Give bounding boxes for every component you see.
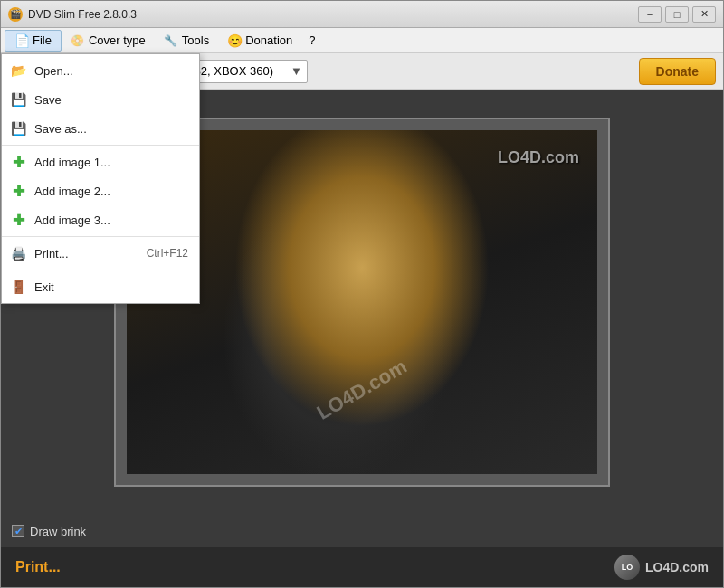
watermark-top-right: LO4D.com — [498, 148, 579, 167]
draw-brink-control[interactable]: ✔ Draw brink — [12, 525, 86, 538]
draw-brink-checkbox[interactable]: ✔ — [12, 525, 24, 537]
lo4d-logo-icon: LO — [614, 555, 640, 580]
close-button[interactable]: ✕ — [692, 6, 716, 23]
addimage2-icon: ✚ — [9, 182, 27, 200]
donation-menu-icon: 😊 — [227, 33, 242, 48]
maximize-button[interactable]: □ — [665, 6, 689, 23]
separator-1 — [2, 145, 199, 146]
menu-item-tools[interactable]: 🔧 Tools — [155, 30, 218, 52]
open-icon: 📂 — [9, 62, 27, 80]
minimize-button[interactable]: − — [638, 6, 662, 23]
menu-open[interactable]: 📂 Open... — [2, 56, 199, 85]
app-icon: 🎬 — [8, 7, 23, 22]
save-label: Save — [34, 93, 188, 107]
menu-item-donation[interactable]: 😊 Donation — [218, 30, 301, 52]
addimage1-label: Add image 1... — [34, 156, 188, 169]
separator-3 — [2, 270, 199, 270]
title-bar: 🎬 DVD Slim Free 2.8.0.3 − □ ✕ — [1, 1, 723, 28]
menu-file-label: File — [33, 33, 52, 47]
addimage1-icon: ✚ — [9, 153, 27, 171]
footer-print-button[interactable]: Print... — [15, 559, 61, 575]
menu-help-label: ? — [309, 33, 315, 47]
menu-bar: 📄 File 📀 Cover type 🔧 Tools 😊 Donation ?… — [1, 28, 723, 53]
exit-label: Exit — [34, 280, 188, 294]
tools-menu-icon: 🔧 — [164, 33, 178, 48]
separator-2 — [2, 236, 199, 237]
menu-item-help[interactable]: ? — [301, 30, 322, 52]
addimage3-label: Add image 3... — [34, 213, 188, 227]
menu-tools-label: Tools — [182, 33, 209, 47]
menu-item-covertype[interactable]: 📀 Cover type — [62, 30, 155, 52]
print-shortcut: Ctrl+F12 — [147, 247, 188, 260]
file-dropdown-menu: 📂 Open... 💾 Save 💾 Save as... ✚ Add imag… — [1, 53, 200, 304]
donate-button[interactable]: Donate — [639, 58, 716, 85]
open-label: Open... — [34, 64, 188, 78]
window-controls: − □ ✕ — [638, 6, 716, 23]
menu-donation-label: Donation — [245, 33, 292, 47]
window-title: DVD Slim Free 2.8.0.3 — [28, 8, 638, 21]
file-menu-icon: 📄 — [14, 33, 29, 48]
print-label: Print... — [34, 247, 139, 261]
menu-saveas[interactable]: 💾 Save as... — [2, 114, 199, 143]
save-icon: 💾 — [9, 90, 27, 109]
menu-exit[interactable]: 🚪 Exit — [2, 272, 199, 301]
addimage2-label: Add image 2... — [34, 185, 188, 198]
exit-icon: 🚪 — [9, 278, 27, 296]
saveas-label: Save as... — [34, 122, 188, 136]
menu-addimage2[interactable]: ✚ Add image 2... — [2, 176, 199, 205]
menu-save[interactable]: 💾 Save — [2, 85, 199, 114]
covertype-menu-icon: 📀 — [71, 33, 85, 48]
main-window: 🎬 DVD Slim Free 2.8.0.3 − □ ✕ 📄 File 📀 C… — [0, 0, 724, 588]
footer-bar: Print... LO LO4D.com — [1, 547, 723, 587]
bottom-bar: ✔ Draw brink — [1, 515, 723, 547]
menu-addimage3[interactable]: ✚ Add image 3... — [2, 205, 199, 234]
menu-covertype-label: Cover type — [89, 33, 146, 47]
lo4d-logo-text: LO4D.com — [645, 560, 709, 574]
menu-print[interactable]: 🖨️ Print... Ctrl+F12 — [2, 239, 199, 268]
addimage3-icon: ✚ — [9, 211, 27, 229]
lo4d-logo: LO LO4D.com — [614, 555, 709, 580]
draw-brink-label: Draw brink — [30, 525, 86, 538]
print-icon: 🖨️ — [9, 244, 27, 262]
menu-addimage1[interactable]: ✚ Add image 1... — [2, 147, 199, 176]
menu-item-file[interactable]: 📄 File — [5, 30, 62, 52]
saveas-icon: 💾 — [9, 119, 27, 138]
